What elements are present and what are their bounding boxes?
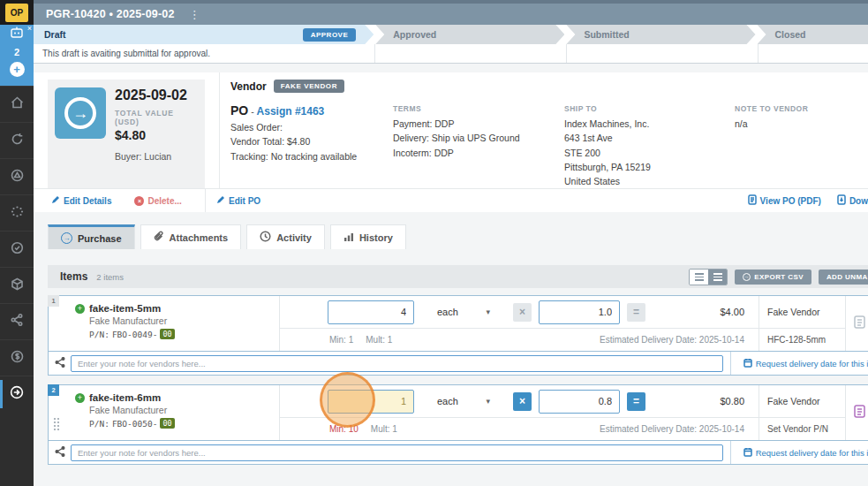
document-icon[interactable] [854,405,865,421]
sidebar-item-inventory[interactable] [0,267,34,303]
tab-activity[interactable]: Activity [246,224,325,249]
line-total: $4.00 [720,307,744,317]
item-manufacturer: Fake Manufacturer [89,315,279,326]
po-assign-link[interactable]: Assign #1463 [257,105,325,118]
delete-button[interactable]: × Delete... [134,196,181,206]
unit-select[interactable]: each ▾ [425,396,495,406]
share-icon [55,444,65,460]
vendor-name: Fake Vendor [759,385,845,417]
quantity-input[interactable] [328,300,414,324]
set-vendor-pn-link[interactable]: Set Vendor P/N [759,417,845,440]
detail-view-button[interactable] [708,270,727,285]
sidebar-item-share[interactable] [0,303,34,339]
sidebar-item-purchasing[interactable] [0,376,34,412]
unit-price-input[interactable] [539,390,620,414]
export-csv-button[interactable]: → EXPORT CSV [735,270,811,285]
document-icon[interactable] [854,315,865,332]
vendor-po-column: Vendor FAKE VENDOR PO - Assign #1463 Sal… [220,72,393,188]
row-index-badge: 1 [48,295,59,307]
sidebar-notification-panel: × 2 + [0,25,34,86]
terms-column: TERMS Payment: DDP Delivery: Ship via UP… [393,72,564,188]
step-label: Draft [44,29,66,40]
multiply-operator: × [513,392,532,411]
quantity-input[interactable] [328,390,414,414]
terms-payment: Payment: DDP [393,117,564,131]
drag-handle[interactable] [53,416,60,437]
unit-select[interactable]: each ▾ [425,307,495,317]
app-logo[interactable]: OP [5,4,28,22]
arrow-circle-icon: → [61,232,72,244]
tab-purchase[interactable]: → Purchase [48,224,135,249]
request-delivery-link[interactable]: Request delivery date for this item [743,447,868,459]
item-info-cell: + fake-item-6mm Fake Manufacturer P/N: F… [49,385,280,440]
total-value-label: TOTAL VALUE (USD) [115,109,198,126]
workflow-step-submitted[interactable]: Submitted [566,25,755,44]
item-status-icon: + [75,393,85,403]
sidebar-item-home[interactable] [0,86,34,122]
summary-actions-row: Edit Details × Delete... Edit PO View PO… [34,188,868,212]
min-qty-warning: Min: 10 [329,424,359,434]
draft-status-note: This draft is avaiting submittal for app… [34,44,375,63]
tab-history[interactable]: History [330,224,406,249]
paperclip-icon [154,231,164,244]
mult-qty: Mult: 1 [371,424,397,434]
note-to-vendor-column: NOTE TO VENDOR n/a [735,72,868,188]
robot-icon[interactable] [10,27,24,42]
record-title: PGR-10420 • 2025-09-02 [46,8,175,20]
calendar-icon [743,358,752,369]
left-sidebar: OP × 2 + [0,0,34,486]
share-icon [55,355,65,371]
ship-to-line: Index Machines, Inc. [564,117,735,131]
sidebar-item-sync[interactable] [0,122,34,158]
workflow-step-closed[interactable]: Closed [758,25,868,44]
download-po-link[interactable]: Dow [837,194,868,207]
item-manufacturer: Fake Manufacturer [89,405,279,415]
view-po-pdf-link[interactable]: View PO (PDF) [748,194,821,207]
item-name[interactable]: fake-item-5mm [89,303,161,314]
vendor-cell: Fake Vendor Set Vendor P/N [759,385,845,440]
workflow-step-approved[interactable]: Approved [375,25,564,44]
note-to-vendor-heading: NOTE TO VENDOR [735,104,868,113]
add-icon[interactable]: + [10,62,25,77]
pn-revision-badge: 00 [160,329,174,339]
request-delivery-link[interactable]: Request delivery date for this item [743,358,868,369]
order-summary-panel: → 2025-09-02 TOTAL VALUE (USD) $4.80 Buy… [34,72,868,212]
vendor-note-input[interactable] [71,444,723,461]
bar-chart-icon [343,232,354,244]
workflow-step-draft[interactable]: Draft APPROVE [34,25,374,44]
pencil-icon [216,195,225,206]
min-qty: Min: 1 [329,335,353,345]
sidebar-item-billing[interactable] [0,339,34,376]
item-name[interactable]: fake-item-6mm [89,392,161,403]
vendor-name-badge[interactable]: FAKE VENDOR [274,80,344,93]
close-icon[interactable]: × [27,25,32,33]
add-unmanaged-button[interactable]: ADD UNMANA [819,270,868,285]
multiply-operator: × [513,303,532,322]
sidebar-item-change-orders[interactable] [0,158,34,194]
step-label: Closed [775,29,806,40]
pn-value: FBO-0050- [112,419,157,429]
approve-button[interactable]: APPROVE [303,28,357,42]
status-workflow: Draft APPROVE Approved Submitted Closed [34,25,868,44]
edit-po-button[interactable]: Edit PO [216,195,260,206]
arrow-circle-icon: → [64,97,96,129]
pn-revision-badge: 00 [160,418,174,429]
pencil-icon [51,195,60,206]
vendor-note-input[interactable] [71,355,723,372]
edit-details-button[interactable]: Edit Details [51,195,111,206]
calendar-icon [743,447,752,459]
chevron-down-icon: ▾ [486,308,490,316]
vendor-note-row: Request delivery date for this item [49,351,868,375]
sidebar-item-apps[interactable] [0,194,34,231]
export-icon: → [743,273,751,281]
item-info-cell: + fake-item-5mm Fake Manufacturer P/N: F… [49,296,280,351]
detail-tabs: → Purchase Attachments Activity History [48,224,868,249]
tab-attachments[interactable]: Attachments [140,224,242,249]
compact-view-button[interactable] [690,270,708,285]
kebab-menu-icon[interactable]: ⋮ [189,8,200,21]
vendor-label: Vendor [230,80,267,93]
unit-price-input[interactable] [539,300,620,324]
items-count: 2 items [96,272,124,282]
dollar-circle-icon [11,350,24,367]
sidebar-item-quality[interactable] [0,231,34,267]
